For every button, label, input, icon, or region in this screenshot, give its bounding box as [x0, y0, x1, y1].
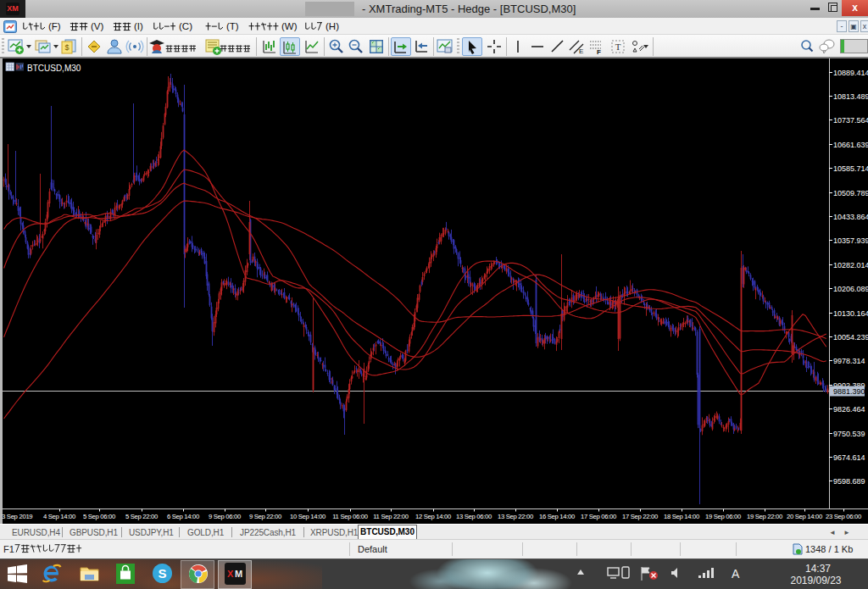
svg-text:10737.564: 10737.564	[833, 116, 868, 125]
svg-text:5 Sep 06:00: 5 Sep 06:00	[83, 513, 115, 520]
svg-text:12 Sep 14:00: 12 Sep 14:00	[415, 513, 451, 520]
svg-text:10433.864: 10433.864	[833, 213, 868, 221]
svg-text:23 Sep 06:00: 23 Sep 06:00	[826, 513, 861, 520]
svg-text:17 Sep 06:00: 17 Sep 06:00	[581, 513, 616, 520]
svg-text:13 Sep 22:00: 13 Sep 22:00	[498, 513, 533, 520]
svg-text:10661.639: 10661.639	[833, 141, 868, 149]
svg-text:13 Sep 06:00: 13 Sep 06:00	[456, 513, 492, 520]
svg-text:BTCUSD,M30: BTCUSD,M30	[27, 64, 81, 73]
svg-text:10130.164: 10130.164	[833, 309, 868, 318]
svg-text:17 Sep 22:00: 17 Sep 22:00	[622, 513, 658, 520]
svg-text:10206.089: 10206.089	[833, 285, 868, 293]
svg-text:10585.714: 10585.714	[833, 164, 868, 173]
svg-text:9750.539: 9750.539	[833, 430, 865, 438]
svg-text:F: F	[597, 48, 601, 56]
svg-text:11 Sep 06:00: 11 Sep 06:00	[332, 513, 368, 520]
svg-text:20 Sep 14:00: 20 Sep 14:00	[787, 513, 822, 520]
svg-text:9674.614: 9674.614	[833, 453, 865, 462]
svg-text:10813.489: 10813.489	[833, 92, 868, 101]
svg-text:18 Sep 14:00: 18 Sep 14:00	[664, 513, 699, 520]
svg-text:9978.314: 9978.314	[833, 357, 865, 365]
svg-text:6 Sep 14:00: 6 Sep 14:00	[167, 513, 199, 520]
svg-text:9 Sep 22:00: 9 Sep 22:00	[249, 513, 281, 520]
svg-text:9826.464: 9826.464	[833, 405, 865, 414]
svg-text:19 Sep 22:00: 19 Sep 22:00	[747, 513, 782, 520]
svg-text:16 Sep 14:00: 16 Sep 14:00	[539, 513, 575, 520]
svg-text:10889.414: 10889.414	[833, 69, 868, 77]
svg-text:10282.014: 10282.014	[833, 261, 868, 269]
svg-text:10054.239: 10054.239	[833, 333, 868, 342]
svg-text:4 Sep 14:00: 4 Sep 14:00	[43, 513, 75, 520]
svg-text:3 Sep 2019: 3 Sep 2019	[2, 513, 32, 520]
svg-text:9881.390: 9881.390	[833, 387, 865, 396]
svg-text:10357.939: 10357.939	[833, 236, 868, 245]
svg-text:10509.789: 10509.789	[833, 189, 868, 197]
svg-text:5 Sep 22:00: 5 Sep 22:00	[125, 513, 158, 520]
svg-text:9 Sep 06:00: 9 Sep 06:00	[209, 513, 241, 520]
svg-text:11 Sep 22:00: 11 Sep 22:00	[373, 513, 409, 520]
svg-text:19 Sep 06:00: 19 Sep 06:00	[705, 513, 741, 520]
svg-text:$: $	[64, 43, 69, 52]
svg-text:10 Sep 14:00: 10 Sep 14:00	[290, 513, 326, 520]
svg-text:9598.689: 9598.689	[833, 477, 865, 486]
svg-text:T: T	[615, 42, 621, 52]
svg-text:E: E	[579, 47, 583, 55]
